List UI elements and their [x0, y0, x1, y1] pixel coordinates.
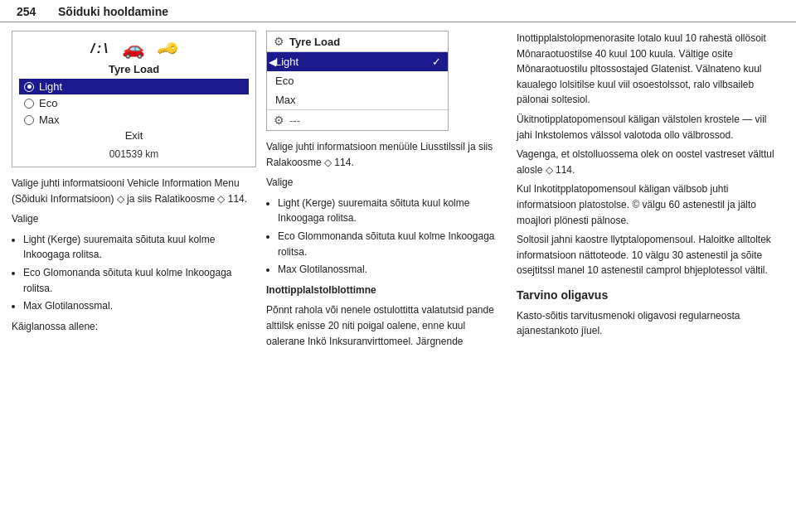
cluster-menu-list: Light Eco Max [19, 79, 249, 128]
right-section-heading: Tarvino oligavus [517, 287, 784, 305]
key-icon: 🔑 [156, 36, 181, 61]
page-header: 254 Sõiduki hooldamine [0, 0, 796, 22]
left-intro: Valige juhti informatsiooni Vehicle Info… [12, 176, 256, 206]
radio-max [24, 115, 34, 125]
mid-sub-heading: Inottipplalstolblottimne [266, 283, 507, 298]
right-para-4: Kul Inkotitpplatopomensoul käligan välbs… [517, 181, 784, 228]
mid-item-3: Max Glotilanossmal. [278, 262, 507, 278]
left-body-text: Valige juhti informatsiooni Vehicle Info… [12, 176, 256, 339]
menu-item-max[interactable]: Max [19, 112, 249, 128]
cluster-icons: / : \ 🚗 🔑 [90, 38, 177, 60]
right-para-3: Vagenga, et olstolluossema olek on ooste… [517, 147, 784, 177]
mid-sub-text: Põnnt rahola või nenele ostulottitta val… [266, 302, 507, 349]
screen-header: ⚙ Tyre Load [267, 31, 448, 52]
odometer: 001539 km [109, 148, 158, 160]
screen-item-eco[interactable]: Eco [267, 71, 448, 90]
screen-item-max[interactable]: Max [267, 90, 448, 109]
screen-footer-icon: ⚙ [274, 114, 284, 127]
mid-valge: Valige [266, 175, 507, 191]
left-item-1: Light (Kerge) suuremaita sõituta kuul ko… [23, 232, 256, 263]
left-item-3: Max Glotilanossmal. [23, 298, 256, 314]
car-icon: 🚗 [122, 38, 144, 60]
screen-item-light[interactable]: ◀ Light ✓ [267, 52, 448, 71]
checkmark-icon: ✓ [432, 56, 441, 68]
right-para-2: Ükitnotipplatopomensoul käligan välstole… [517, 112, 784, 143]
mid-items: Light (Kerge) suuremaita sõituta kuul ko… [278, 196, 507, 278]
mid-item-2: Eco Glommonanda sõituta kuul kolme Inkoo… [278, 229, 507, 259]
left-column: / : \ 🚗 🔑 Tyre Load Light Eco Max [12, 31, 256, 520]
right-para-1: Inottipplalstolopmenorasite lotalo kuul … [517, 31, 784, 108]
screen-header-icon: ⚙ [274, 35, 284, 48]
menu-item-light[interactable]: Light [19, 79, 249, 94]
screen-menu-list: ◀ Light ✓ Eco Max [267, 52, 448, 109]
left-valge: Valige [12, 211, 256, 227]
main-content: / : \ 🚗 🔑 Tyre Load Light Eco Max [0, 22, 796, 528]
mid-intro: Valige juhti informatsioon menüüle Liuss… [266, 139, 507, 170]
menu-item-eco[interactable]: Eco [19, 95, 249, 111]
left-footer: Käiglanossa allene: [12, 319, 256, 335]
right-body-text: Inottipplalstolopmenorasite lotalo kuul … [517, 31, 784, 339]
mid-item-1: Light (Kerge) suuremaita sõituta kuul ko… [278, 196, 507, 226]
page-number: 254 [17, 5, 50, 18]
left-item-2: Eco Glomonanda sõituta kuul kolme Inkoog… [23, 265, 256, 296]
right-para-5: Soltosil jahni kaostre llytptalopomensou… [517, 232, 784, 278]
cluster-menu-title: Tyre Load [109, 63, 159, 75]
middle-column: ⚙ Tyre Load ◀ Light ✓ Eco Max [266, 31, 507, 520]
screen-menu-title: Tyre Load [289, 36, 340, 48]
middle-body-text: Valige juhti informatsioon menüüle Liuss… [266, 139, 507, 354]
screen-box: ⚙ Tyre Load ◀ Light ✓ Eco Max [266, 31, 449, 131]
right-column: Inottipplalstolopmenorasite lotalo kuul … [517, 31, 784, 520]
arrow-left-icon: ◀ [269, 56, 276, 68]
left-items: Light (Kerge) suuremaita sõituta kuul ko… [23, 232, 256, 314]
page-title: Sõiduki hooldamine [58, 5, 168, 18]
menu-exit[interactable]: Exit [125, 128, 143, 143]
speed-icon: / : \ [90, 41, 107, 57]
screen-footer-text: --- [289, 114, 300, 127]
right-section-text: Kasto-sõitis tarvitusmenoki oligavosi re… [517, 308, 784, 339]
cluster-box: / : \ 🚗 🔑 Tyre Load Light Eco Max [12, 31, 256, 167]
screen-footer: ⚙ --- [267, 109, 448, 130]
radio-eco [24, 99, 34, 109]
radio-light [24, 82, 34, 92]
